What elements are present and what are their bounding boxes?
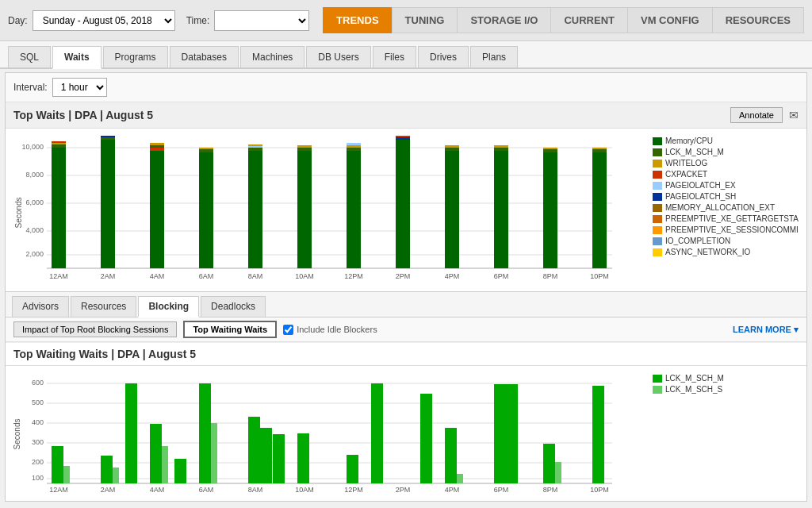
svg-rect-31 xyxy=(297,148,312,151)
bottom-chart-title: Top Waiting Waits | DPA | August 5 xyxy=(13,348,196,360)
svg-text:2PM: 2PM xyxy=(396,272,411,280)
svg-text:4PM: 4PM xyxy=(445,272,460,280)
nav-tab-trends[interactable]: TRENDS xyxy=(323,7,392,33)
top-chart-area: 10,000 8,000 6,000 4,000 2,000 Seconds xyxy=(6,129,806,291)
svg-text:600: 600 xyxy=(32,379,44,387)
bottom-chart-svg: 600 500 400 300 200 100 Seconds xyxy=(13,371,616,494)
svg-rect-88 xyxy=(248,417,260,483)
svg-rect-89 xyxy=(260,428,272,483)
svg-rect-93 xyxy=(371,383,383,483)
top-chart-svg-container: 10,000 8,000 6,000 4,000 2,000 Seconds xyxy=(13,133,648,287)
svg-rect-94 xyxy=(420,394,432,483)
day-label: Day: xyxy=(8,15,28,26)
sub-tab-dbusers[interactable]: DB Users xyxy=(306,46,370,67)
svg-rect-39 xyxy=(396,136,410,137)
svg-rect-100 xyxy=(555,462,561,483)
svg-rect-26 xyxy=(248,151,262,268)
svg-rect-79 xyxy=(63,466,70,483)
sub-tab-machines[interactable]: Machines xyxy=(240,46,304,67)
svg-rect-96 xyxy=(457,474,463,483)
svg-rect-81 xyxy=(113,468,119,483)
nav-tab-storage[interactable]: STORAGE I/O xyxy=(457,7,551,33)
svg-rect-22 xyxy=(150,143,164,145)
svg-rect-47 xyxy=(543,149,557,152)
sub-tab-programs[interactable]: Programs xyxy=(103,46,168,67)
bottom-tab-advisors[interactable]: Advisors xyxy=(12,296,69,317)
nav-tab-current[interactable]: CURRENT xyxy=(550,7,628,33)
svg-rect-82 xyxy=(125,383,137,483)
svg-text:6PM: 6PM xyxy=(494,272,509,280)
time-select[interactable] xyxy=(214,10,309,31)
svg-rect-14 xyxy=(52,143,66,144)
svg-text:8,000: 8,000 xyxy=(25,171,44,179)
svg-text:2PM: 2PM xyxy=(396,486,411,494)
svg-rect-101 xyxy=(592,386,604,483)
top-nav: Day: Sunday - August 05, 2018 Time: TREN… xyxy=(0,0,812,41)
svg-text:6AM: 6AM xyxy=(199,486,214,494)
svg-rect-36 xyxy=(347,143,361,145)
svg-rect-86 xyxy=(199,383,211,483)
svg-text:2,000: 2,000 xyxy=(25,250,44,258)
top-chart-title: Top Waits | DPA | August 5 xyxy=(13,109,153,121)
annotate-button[interactable]: Annotate xyxy=(730,107,783,123)
svg-text:10PM: 10PM xyxy=(590,272,609,280)
svg-rect-42 xyxy=(445,145,459,148)
svg-text:8AM: 8AM xyxy=(248,272,263,280)
email-icon[interactable]: ✉ xyxy=(789,109,799,121)
svg-rect-32 xyxy=(297,145,312,148)
svg-rect-33 xyxy=(347,151,361,268)
sub-tab-waits[interactable]: Waits xyxy=(52,46,102,69)
svg-rect-20 xyxy=(150,148,164,151)
svg-rect-27 xyxy=(248,148,262,151)
svg-text:4AM: 4AM xyxy=(150,486,165,494)
svg-text:400: 400 xyxy=(32,418,44,426)
nav-tab-tuning[interactable]: TUNING xyxy=(392,7,458,33)
svg-text:500: 500 xyxy=(32,398,44,406)
bottom-chart-header: Top Waiting Waits | DPA | August 5 xyxy=(6,342,806,366)
top-waiting-waits-button[interactable]: Top Waiting Waits xyxy=(183,321,277,338)
svg-rect-45 xyxy=(494,145,508,148)
bottom-chart-legend: LCK_M_SCH_M LCK_M_SCH_S xyxy=(648,371,806,496)
svg-rect-28 xyxy=(248,146,262,148)
svg-rect-51 xyxy=(592,148,607,149)
svg-rect-50 xyxy=(592,149,607,152)
svg-rect-99 xyxy=(543,444,555,483)
svg-rect-90 xyxy=(273,434,285,483)
bottom-tab-resources[interactable]: Resources xyxy=(71,296,136,317)
svg-rect-34 xyxy=(347,148,361,151)
svg-text:300: 300 xyxy=(32,438,44,446)
svg-rect-30 xyxy=(297,151,312,268)
bottom-tabs: Advisors Resources Blocking Deadlocks xyxy=(6,291,806,318)
svg-text:8PM: 8PM xyxy=(543,272,558,280)
sub-tab-sql[interactable]: SQL xyxy=(8,46,51,67)
svg-text:12AM: 12AM xyxy=(49,486,68,494)
svg-rect-35 xyxy=(347,145,361,148)
sub-tab-files[interactable]: Files xyxy=(373,46,416,67)
nav-tab-resources[interactable]: RESOURCES xyxy=(712,7,804,33)
svg-text:200: 200 xyxy=(32,458,44,466)
svg-rect-16 xyxy=(101,140,115,268)
idle-blockers-checkbox[interactable] xyxy=(283,325,293,335)
svg-rect-13 xyxy=(52,144,66,148)
interval-select[interactable]: 1 hour xyxy=(52,78,107,97)
top-chart-legend: Memory/CPU LCK_M_SCH_M WRITELOG CXPACKET… xyxy=(648,133,806,287)
bottom-tab-deadlocks[interactable]: Deadlocks xyxy=(201,296,266,317)
svg-text:10,000: 10,000 xyxy=(21,143,44,151)
svg-text:6,000: 6,000 xyxy=(25,198,44,206)
svg-text:12AM: 12AM xyxy=(49,272,68,280)
svg-rect-92 xyxy=(347,455,358,483)
svg-rect-41 xyxy=(445,148,459,151)
bottom-chart-svg-container: 600 500 400 300 200 100 Seconds xyxy=(13,371,648,496)
sub-tab-plans[interactable]: Plans xyxy=(470,46,518,67)
svg-rect-44 xyxy=(494,148,508,151)
svg-text:4PM: 4PM xyxy=(445,486,460,494)
sub-tab-drives[interactable]: Drives xyxy=(418,46,469,67)
day-select[interactable]: Sunday - August 05, 2018 xyxy=(33,10,175,31)
bottom-tab-blocking[interactable]: Blocking xyxy=(138,296,199,318)
sub-tab-databases[interactable]: Databases xyxy=(170,46,239,67)
learn-more-link[interactable]: LEARN MORE ▾ xyxy=(733,325,799,335)
nav-tab-vmconfig[interactable]: VM CONFIG xyxy=(627,7,713,33)
svg-rect-15 xyxy=(52,141,66,143)
impact-blocking-button[interactable]: Impact of Top Root Blocking Sessions xyxy=(13,321,177,337)
idle-blockers-label: Include Idle Blockers xyxy=(297,325,377,334)
